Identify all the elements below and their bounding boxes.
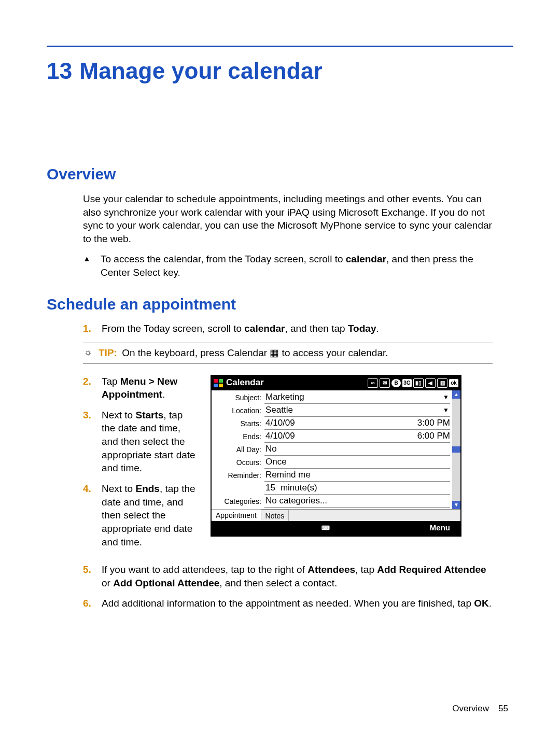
step1-text-a: From the Today screen, scroll to <box>102 323 244 334</box>
label-location: Location: <box>212 406 264 416</box>
step5-end: , and then select a contact. <box>219 578 337 588</box>
footer-section: Overview <box>452 703 489 715</box>
status-tray: ∞ ✉ B 3G ▮▯ ◀ ▥ ok <box>368 378 458 388</box>
step4-a: Next to <box>102 483 135 494</box>
scroll-thumb[interactable] <box>452 446 460 453</box>
chapter-number: 13 <box>47 58 72 83</box>
reminder-qty: 15 <box>265 482 275 494</box>
step-4: Next to Ends, tap the date and time, and… <box>83 482 197 549</box>
step6-c: . <box>489 598 492 609</box>
starts-date: 4/10/09 <box>265 417 295 429</box>
reminder-time-field[interactable]: 15 minute(s) <box>264 482 450 495</box>
step1-text-end: . <box>376 323 379 334</box>
reminder-field[interactable]: Remind me <box>264 469 450 482</box>
starts-time: 3:00 PM <box>417 417 450 429</box>
device-tabs: Appointment Notes <box>212 509 460 521</box>
chevron-down-icon[interactable]: ▼ <box>443 406 449 414</box>
device-menubar: ⌨ Menu <box>212 521 460 536</box>
section-schedule-heading: Schedule an appointment <box>47 294 513 315</box>
step-3: Next to Starts, tap the date and time, a… <box>83 409 197 475</box>
ends-date: 4/10/09 <box>265 430 295 442</box>
triangle-bullet-icon: ▲ <box>83 252 92 279</box>
step3-a: Next to <box>102 410 135 420</box>
windows-flag-icon <box>214 379 223 387</box>
mail-icon: ✉ <box>380 378 390 388</box>
tip-label: TIP: <box>99 347 117 358</box>
step5-b1: Attendees <box>307 564 355 575</box>
subject-value: Marketing <box>265 391 304 403</box>
step5-mid2: or <box>102 578 113 588</box>
label-occurs: Occurs: <box>212 458 264 468</box>
ends-time: 6:00 PM <box>417 430 450 442</box>
section-overview-heading: Overview <box>47 164 513 185</box>
location-value: Seattle <box>265 404 293 416</box>
device-screenshot: Calendar ∞ ✉ B 3G ▮▯ ◀ ▥ ok <box>211 375 461 537</box>
categories-value: No categories... <box>265 495 327 507</box>
top-rule <box>47 46 513 47</box>
ok-button[interactable]: ok <box>449 379 458 387</box>
tip-callout: ☼ TIP: On the keyboard, press Calendar ▦… <box>83 343 493 363</box>
scroll-down-icon[interactable]: ▼ <box>452 501 460 509</box>
signal-icon: ▮▯ <box>413 378 424 388</box>
step1-text-mid: , and then tap <box>285 323 348 334</box>
tip-text-after: to access your calendar. <box>279 347 388 358</box>
scroll-up-icon[interactable]: ▲ <box>452 390 460 399</box>
overview-instruction-text-a: To access the calendar, from the Today s… <box>101 254 346 264</box>
device-app-title: Calendar <box>226 377 264 389</box>
label-reminder: Reminder: <box>212 471 264 481</box>
occurs-value: Once <box>265 456 287 468</box>
device-titlebar: Calendar ∞ ✉ B 3G ▮▯ ◀ ▥ ok <box>212 376 460 390</box>
tab-notes[interactable]: Notes <box>261 510 289 521</box>
battery-icon: ▥ <box>437 378 447 388</box>
chapter-name: Manage your calendar <box>79 58 323 83</box>
reminder-unit: minute(s) <box>281 482 317 494</box>
reminder-value: Remind me <box>265 469 311 481</box>
subject-field[interactable]: Marketing ▼ <box>264 391 450 404</box>
footer-page-number: 55 <box>498 703 508 715</box>
tip-text-before: On the keyboard, press Calendar <box>122 347 270 358</box>
bluetooth-icon: B <box>391 379 401 387</box>
volume-icon: ◀ <box>425 378 436 388</box>
tab-appointment[interactable]: Appointment <box>212 509 261 521</box>
allday-field[interactable]: No <box>264 443 450 456</box>
scrollbar[interactable]: ▲ ▼ <box>452 390 460 509</box>
menu-button[interactable]: Menu <box>430 523 450 533</box>
step3-b: Starts <box>135 410 163 420</box>
overview-instruction-bold: calendar <box>346 254 386 264</box>
starts-field[interactable]: 4/10/09 3:00 PM <box>264 417 450 430</box>
step4-b: Ends <box>135 483 159 494</box>
step2-c: . <box>162 389 165 400</box>
appointment-form: Subject: Marketing ▼ Location: Seattle <box>212 390 452 509</box>
keyboard-icon[interactable]: ⌨ <box>321 524 330 532</box>
occurs-field[interactable]: Once <box>264 456 450 469</box>
overview-instruction: ▲ To access the calendar, from the Today… <box>83 252 493 279</box>
page-footer: Overview 55 <box>452 703 508 715</box>
step1-bold1: calendar <box>244 323 285 334</box>
calendar-key-icon: ▦ <box>270 347 279 358</box>
label-starts: Starts: <box>212 419 264 429</box>
location-field[interactable]: Seattle ▼ <box>264 404 450 417</box>
network-3g-icon: 3G <box>402 379 412 387</box>
label-ends: Ends: <box>212 432 264 442</box>
step6-b: OK <box>474 598 489 609</box>
categories-field[interactable]: No categories... <box>264 495 450 508</box>
tip-lightbulb-icon: ☼ <box>83 346 93 359</box>
step-5: If you want to add attendees, tap to the… <box>83 563 493 589</box>
voicemail-icon: ∞ <box>368 378 378 388</box>
step-2: Tap Menu > New Appointment. <box>83 375 197 401</box>
step1-bold2: Today <box>348 323 376 334</box>
label-categories: Categories: <box>212 497 264 507</box>
step2-a: Tap <box>102 376 120 387</box>
step5-b3: Add Optional Attendee <box>113 578 219 588</box>
overview-paragraph: Use your calendar to schedule appointmen… <box>83 192 493 246</box>
step5-b2: Add Required Attendee <box>377 564 486 575</box>
allday-value: No <box>265 443 277 455</box>
step-6: Add additional information to the appoin… <box>83 597 493 610</box>
ends-field[interactable]: 4/10/09 6:00 PM <box>264 430 450 443</box>
chapter-title: 13Manage your calendar <box>47 55 513 86</box>
chevron-down-icon[interactable]: ▼ <box>443 393 449 401</box>
step5-mid1: , tap <box>355 564 377 575</box>
step-1: From the Today screen, scroll to calenda… <box>83 322 493 335</box>
label-allday: All Day: <box>212 445 264 455</box>
step6-a: Add additional information to the appoin… <box>102 598 474 609</box>
